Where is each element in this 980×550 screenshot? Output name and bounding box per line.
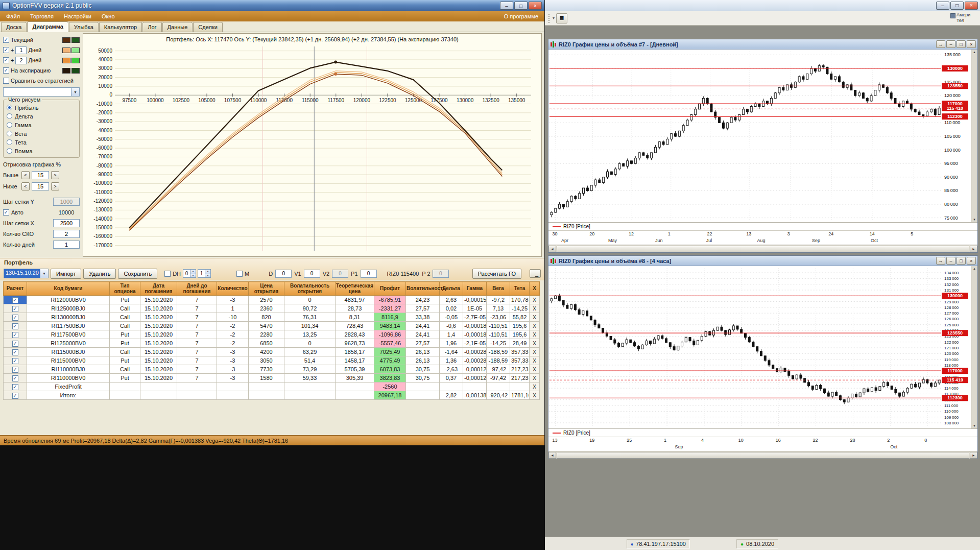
spinner-arrows[interactable]: ▲▼ bbox=[190, 270, 196, 277]
chart-minimize-button[interactable]: – bbox=[946, 257, 955, 265]
menu-item-0[interactable]: Файл bbox=[1, 12, 25, 20]
row-calc-checkbox[interactable] bbox=[12, 367, 18, 373]
chart-minimize-button[interactable]: – bbox=[946, 40, 955, 48]
tab-диаграмма[interactable]: Диаграмма bbox=[27, 21, 68, 32]
row-delete-button[interactable]: X bbox=[530, 356, 540, 365]
spinner-arrows[interactable]: ▲▼ bbox=[205, 270, 210, 277]
legend-checkbox[interactable] bbox=[3, 57, 9, 63]
spin-down-icon[interactable]: ▼ bbox=[205, 274, 210, 278]
portfolio-button-1[interactable]: Удалить bbox=[83, 269, 116, 279]
horizontal-scrollbar[interactable]: ◄ ► bbox=[548, 245, 977, 252]
scrollbar-thumb[interactable] bbox=[557, 452, 969, 459]
row-calc-checkbox[interactable] bbox=[12, 323, 18, 329]
scroll-left-icon[interactable]: ◄ bbox=[548, 452, 556, 459]
p2-input[interactable] bbox=[433, 270, 449, 278]
combo-arrow-icon[interactable]: ▼ bbox=[71, 88, 79, 96]
combo-arrow-icon[interactable]: ▼ bbox=[40, 269, 48, 278]
tab-доска[interactable]: Доска bbox=[1, 22, 27, 32]
toolbar-grip[interactable] bbox=[548, 14, 551, 23]
legend-days-input[interactable] bbox=[15, 57, 27, 64]
draw-option-radio[interactable] bbox=[7, 122, 12, 128]
row-delete-button[interactable]: X bbox=[530, 322, 540, 330]
tab-лог[interactable]: Лог bbox=[142, 22, 161, 32]
row-calc-checkbox[interactable] bbox=[12, 375, 18, 381]
grid-x-input[interactable] bbox=[53, 219, 80, 227]
portfolio-combobox[interactable]: 130-15.10.20 ▼ bbox=[4, 269, 49, 278]
scroll-up-icon[interactable]: ▲ bbox=[973, 50, 976, 55]
above-decrease-button[interactable]: < bbox=[21, 171, 30, 179]
h4-price-chart-svg[interactable]: 134 000133 000132 000131 000130 000129 0… bbox=[548, 266, 971, 428]
legend-days-input[interactable] bbox=[15, 46, 27, 54]
portfolio-button-2[interactable]: Сохранить bbox=[118, 269, 157, 279]
row-calc-checkbox[interactable] bbox=[12, 315, 18, 321]
field-input-P1[interactable] bbox=[361, 270, 377, 278]
tab-данные[interactable]: Данные bbox=[162, 22, 193, 32]
row-delete-button[interactable]: X bbox=[530, 313, 540, 322]
tab-улыбка[interactable]: Улыбка bbox=[69, 22, 99, 32]
grid-y-input[interactable] bbox=[53, 198, 80, 206]
row-calc-checkbox[interactable] bbox=[12, 393, 18, 399]
menu-item-1[interactable]: Торговля bbox=[25, 12, 59, 20]
terminal-minimize-button[interactable]: – bbox=[936, 2, 949, 10]
chart-maximize-button[interactable]: □ bbox=[957, 40, 966, 48]
portfolio-button-0[interactable]: Импорт bbox=[51, 269, 81, 279]
scroll-right-icon[interactable]: ► bbox=[970, 452, 977, 459]
row-delete-button[interactable]: X bbox=[530, 339, 540, 348]
chart-tool-icon[interactable]: ≣ bbox=[556, 13, 567, 23]
compare-strategy-checkbox[interactable] bbox=[3, 78, 9, 84]
maximize-button[interactable]: □ bbox=[514, 2, 528, 10]
tab-калькулятор[interactable]: Калькулятор bbox=[99, 22, 142, 32]
above-increase-button[interactable]: > bbox=[51, 171, 59, 179]
scroll-up-icon[interactable]: ▲ bbox=[973, 266, 976, 271]
chart-window-daily-titlebar[interactable]: RIZ0 График цены и объёма #7 - [Дневной]… bbox=[548, 39, 977, 50]
below-value-input[interactable] bbox=[32, 182, 49, 190]
scroll-down-icon[interactable]: ▼ bbox=[973, 217, 976, 222]
row-calc-checkbox[interactable] bbox=[12, 332, 18, 338]
below-increase-button[interactable]: > bbox=[51, 182, 59, 190]
above-value-input[interactable] bbox=[32, 171, 49, 179]
sko-input[interactable] bbox=[53, 230, 80, 238]
row-calc-checkbox[interactable] bbox=[12, 384, 18, 390]
auto-grid-checkbox[interactable] bbox=[3, 209, 9, 216]
collapse-panel-button[interactable]: _ bbox=[530, 269, 541, 278]
row-delete-button[interactable]: X bbox=[530, 382, 540, 391]
dh-checkbox[interactable] bbox=[164, 271, 171, 277]
field-input-D[interactable] bbox=[275, 270, 292, 278]
tab-сделки[interactable]: Сделки bbox=[193, 22, 223, 32]
spin-down-icon[interactable]: ▼ bbox=[190, 274, 196, 278]
dh-spinner-1[interactable]: 1▲▼ bbox=[198, 269, 211, 278]
row-delete-button[interactable]: X bbox=[530, 348, 540, 356]
calc-margin-button[interactable]: Рассчитать ГО bbox=[472, 269, 521, 279]
row-delete-button[interactable]: X bbox=[530, 365, 540, 374]
scroll-right-icon[interactable]: ► bbox=[970, 246, 977, 252]
row-calc-checkbox[interactable] bbox=[12, 306, 18, 312]
dh-spinner-0[interactable]: 0▲▼ bbox=[183, 269, 196, 278]
strategy-combobox[interactable]: ▼ bbox=[3, 87, 80, 97]
row-calc-checkbox[interactable] bbox=[12, 341, 18, 347]
draw-option-radio[interactable] bbox=[7, 131, 12, 136]
legend-checkbox[interactable] bbox=[3, 47, 9, 53]
legend-checkbox[interactable] bbox=[3, 67, 9, 74]
vertical-scrollbar[interactable]: ▲ ▼ bbox=[971, 266, 977, 428]
profit-chart-svg[interactable]: 50000400003000020000100000-10000-20000-3… bbox=[83, 44, 537, 255]
terminal-close-button[interactable]: × bbox=[965, 2, 978, 10]
field-input-V2[interactable] bbox=[332, 270, 348, 278]
draw-option-radio[interactable] bbox=[7, 139, 12, 145]
scrollbar-thumb[interactable] bbox=[557, 246, 969, 252]
m-checkbox[interactable] bbox=[236, 271, 243, 277]
draw-option-radio[interactable] bbox=[7, 105, 12, 110]
row-delete-button[interactable]: X bbox=[530, 330, 540, 339]
chart-maximize-button[interactable]: □ bbox=[957, 257, 966, 265]
row-calc-checkbox[interactable] bbox=[12, 297, 18, 303]
daily-price-chart-svg[interactable]: 135 000130 000125 000120 000115 000110 0… bbox=[548, 50, 971, 222]
close-button[interactable]: × bbox=[529, 2, 542, 10]
chart-window-4h-titlebar[interactable]: RIZ0 График цены и объёма #8 - [4 часа] … bbox=[548, 256, 977, 266]
spin-up-icon[interactable]: ▲ bbox=[190, 270, 196, 274]
row-calc-checkbox[interactable] bbox=[12, 358, 18, 364]
chart-close-button[interactable]: × bbox=[967, 257, 976, 265]
menu-about[interactable]: О программе bbox=[499, 12, 543, 20]
row-delete-button[interactable]: X bbox=[530, 304, 540, 313]
menu-item-3[interactable]: Окно bbox=[97, 12, 120, 20]
chart-link-button[interactable]: ↔ bbox=[936, 40, 945, 48]
row-calc-checkbox[interactable] bbox=[12, 349, 18, 355]
